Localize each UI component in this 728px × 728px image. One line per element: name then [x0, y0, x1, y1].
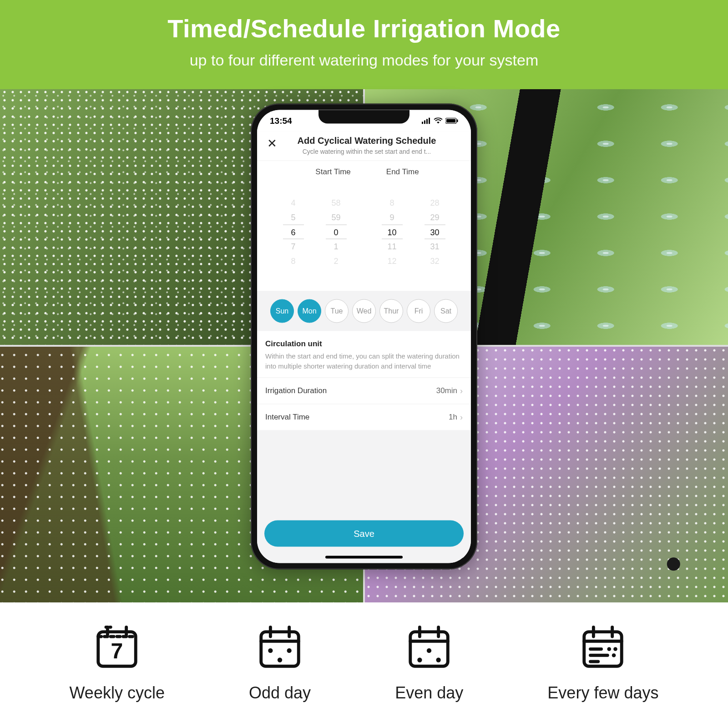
chevron-right-icon: ›	[460, 412, 463, 422]
screen-header: ✕ Add Cyclical Watering Schedule Cycle w…	[257, 132, 471, 161]
mode-weekly-label: Weekly cycle	[70, 683, 165, 703]
page-subtitle: Cycle watering within the set start and …	[285, 148, 448, 155]
day-selector: Sun Mon Tue Wed Thur Fri Sat	[257, 291, 471, 331]
svg-text:7: 7	[111, 638, 123, 663]
svg-point-18	[278, 657, 282, 662]
even-day-icon	[404, 666, 454, 674]
spacer	[257, 430, 471, 514]
save-button[interactable]: Save	[264, 521, 464, 547]
status-time: 13:54	[270, 116, 292, 126]
phone-mockup: 13:54 ✕	[251, 104, 477, 570]
chevron-right-icon: ›	[460, 386, 463, 395]
mode-even: Even day	[395, 622, 463, 703]
svg-rect-6	[457, 120, 458, 122]
banner-title: Timed/Schedule Irrigation Mode	[0, 14, 728, 43]
interval-time-label: Interval Time	[265, 413, 309, 422]
irrigation-duration-label: Irrigation Duration	[265, 386, 327, 395]
weekly-cycle-icon: 7	[92, 666, 142, 674]
mode-odd-label: Odd day	[249, 683, 311, 703]
mode-few-days-label: Every few days	[547, 683, 658, 703]
banner-subtitle: up to four different watering modes for …	[0, 51, 728, 69]
odd-day-icon	[255, 666, 305, 674]
cellular-signal-icon	[422, 118, 431, 124]
mode-odd: Odd day	[249, 622, 311, 703]
day-fri[interactable]: Fri	[407, 299, 430, 323]
page-title: Add Cyclical Watering Schedule	[285, 136, 448, 146]
end-time-label: End Time	[386, 167, 419, 177]
day-wed[interactable]: Wed	[352, 299, 376, 323]
irrigation-duration-value: 30min	[436, 386, 457, 395]
svg-rect-0	[422, 122, 423, 124]
interval-time-value: 1h	[449, 413, 457, 422]
end-time-picker[interactable]: 8 9 10 11 12 28 29 30	[382, 181, 445, 283]
circulation-desc: Within the start and end time, you can s…	[265, 351, 463, 371]
day-mon[interactable]: Mon	[298, 299, 321, 323]
phone-notch	[318, 110, 410, 124]
start-hour-wheel[interactable]: 4 5 6 7 8	[283, 181, 304, 283]
svg-point-31	[607, 647, 612, 651]
mode-list: 7 Weekly cycle Odd day	[0, 602, 728, 703]
circulation-title: Circulation unit	[265, 339, 463, 349]
mode-even-label: Even day	[395, 683, 463, 703]
battery-icon	[445, 118, 458, 124]
svg-point-25	[436, 657, 441, 662]
start-minute-wheel[interactable]: 58 59 0 1 2	[326, 181, 347, 283]
svg-point-32	[614, 647, 618, 651]
svg-rect-1	[424, 121, 425, 124]
svg-point-16	[268, 648, 273, 653]
svg-point-17	[287, 648, 292, 653]
svg-rect-2	[426, 119, 428, 124]
mode-weekly: 7 Weekly cycle	[70, 622, 165, 703]
end-hour-wheel[interactable]: 8 9 10 11 12	[382, 181, 403, 283]
photo-collage: 13:54 ✕	[0, 89, 728, 602]
interval-time-row[interactable]: Interval Time 1h ›	[257, 404, 471, 430]
home-indicator	[325, 556, 403, 559]
irrigation-duration-row[interactable]: Irrigation Duration 30min ›	[257, 377, 471, 404]
banner: Timed/Schedule Irrigation Mode up to fou…	[0, 0, 728, 89]
mode-few-days: Every few days	[547, 622, 658, 703]
start-time-label: Start Time	[315, 167, 350, 177]
svg-rect-5	[446, 119, 455, 123]
close-icon[interactable]: ✕	[264, 136, 280, 151]
svg-point-34	[612, 653, 616, 657]
svg-rect-3	[429, 118, 430, 124]
svg-point-24	[417, 657, 422, 662]
circulation-unit-section: Circulation unit Within the start and en…	[257, 331, 471, 378]
end-minute-wheel[interactable]: 28 29 30 31 32	[425, 181, 445, 283]
every-few-days-icon	[578, 666, 628, 674]
start-time-picker[interactable]: 4 5 6 7 8 58 59 0	[283, 181, 347, 283]
wifi-icon	[434, 118, 443, 124]
day-tue[interactable]: Tue	[325, 299, 349, 323]
day-sat[interactable]: Sat	[434, 299, 458, 323]
svg-point-23	[427, 648, 431, 653]
day-sun[interactable]: Sun	[270, 299, 294, 323]
time-picker-section: Start Time End Time 4 5 6 7 8	[257, 161, 471, 291]
day-thur[interactable]: Thur	[379, 299, 403, 323]
